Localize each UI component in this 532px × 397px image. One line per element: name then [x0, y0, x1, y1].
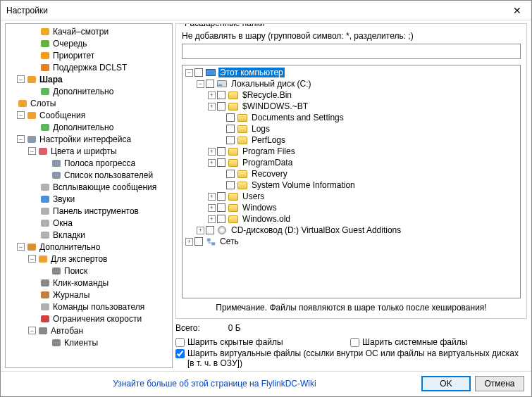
folder-label: Локальный диск (C:)	[230, 79, 313, 89]
nav-item[interactable]: −Дополнительно	[6, 241, 172, 253]
popup-icon	[39, 182, 51, 193]
share-checkbox[interactable]	[194, 68, 203, 77]
cb-share-virtual[interactable]: Шарить виртуальные файлы (ссылки внутри …	[175, 348, 527, 368]
nav-item[interactable]: Список пользователей	[6, 169, 172, 181]
settings-nav-tree[interactable]: Качай–смотриОчередьПриоритетПоддержка DC…	[5, 23, 173, 368]
share-checkbox[interactable]	[206, 80, 214, 88]
folder-row[interactable]: Documents and Settings	[184, 112, 519, 123]
svg-rect-24	[41, 315, 49, 322]
nav-item[interactable]: Очередь	[6, 37, 172, 49]
nav-item[interactable]: Слоты	[6, 97, 172, 109]
share-checkbox[interactable]	[226, 170, 235, 178]
share-checkbox[interactable]	[217, 215, 225, 223]
folder-row[interactable]: +$WINDOWS.~BT	[184, 101, 519, 112]
share-checkbox[interactable]	[217, 147, 225, 156]
share-checkbox[interactable]	[226, 113, 235, 122]
nav-item[interactable]: −Автобан	[6, 324, 172, 336]
folder-row[interactable]: +Windows	[184, 202, 519, 213]
nav-item[interactable]: −Сообщения	[6, 109, 172, 121]
folder-row[interactable]: +Сеть	[184, 236, 519, 247]
wiki-link[interactable]: Узнайте больше об этой странице на Flyli…	[8, 379, 421, 389]
expander-icon[interactable]: −	[17, 111, 25, 119]
nav-item[interactable]: Полоса прогресса	[6, 157, 172, 169]
expander-icon[interactable]: +	[208, 204, 216, 212]
cd-icon	[216, 225, 228, 236]
folder-label: Program Files	[241, 146, 297, 156]
nav-item[interactable]: Поддержка DCLST	[6, 61, 172, 73]
nav-item[interactable]: Дополнительно	[6, 85, 172, 97]
nav-item[interactable]: Поиск	[6, 265, 172, 277]
folder-row[interactable]: System Volume Information	[184, 179, 519, 191]
nav-item[interactable]: −Настройки интерфейса	[6, 133, 172, 145]
folder-row[interactable]: +ProgramData	[184, 157, 519, 168]
cb-share-system-input[interactable]	[350, 338, 359, 347]
folder-tree[interactable]: −Этот компьютер−Локальный диск (C:)+$Rec…	[182, 65, 521, 298]
close-icon[interactable]: ✕	[503, 1, 531, 20]
cb-share-system[interactable]: Шарить системные файлы	[350, 337, 467, 347]
cb-share-hidden-input[interactable]	[175, 338, 185, 347]
expander-icon[interactable]: +	[197, 227, 204, 234]
nav-item[interactable]: Команды пользователя	[6, 301, 172, 313]
nav-item[interactable]: Приоритет	[6, 49, 172, 61]
share-checkbox[interactable]	[217, 203, 225, 212]
nav-item[interactable]: −Для экспертов	[6, 253, 172, 265]
expander-icon[interactable]: −	[28, 327, 36, 334]
folder-row[interactable]: +Program Files	[184, 146, 519, 157]
nav-item[interactable]: Вкладки	[6, 229, 172, 241]
svg-rect-28	[211, 242, 215, 245]
expander-icon[interactable]: +	[208, 92, 216, 99]
share-checkbox[interactable]	[217, 102, 225, 111]
folder-row[interactable]: +CD-дисковод (D:) VirtualBox Guest Addit…	[184, 225, 519, 236]
expander-icon[interactable]: +	[208, 193, 216, 201]
expander-icon[interactable]: −	[17, 243, 25, 251]
share-checkbox[interactable]	[226, 181, 235, 189]
nav-item[interactable]: Всплывающие сообщения	[6, 181, 172, 193]
folder-row[interactable]: PerfLogs	[184, 134, 519, 146]
expander-icon[interactable]: −	[17, 135, 25, 143]
nav-item[interactable]: Качай–смотри	[6, 25, 172, 37]
exclude-input[interactable]	[182, 44, 521, 59]
cb-share-virtual-input[interactable]	[175, 349, 185, 358]
share-checkbox[interactable]	[217, 192, 225, 201]
folder-row[interactable]: +Users	[184, 191, 519, 202]
expander-icon[interactable]: −	[17, 75, 25, 83]
expander-icon[interactable]: +	[185, 238, 193, 246]
nav-item[interactable]: Звуки	[6, 193, 172, 205]
nav-item[interactable]: Ограничения скорости	[6, 313, 172, 324]
nav-item[interactable]: −Цвета и шрифты	[6, 145, 172, 157]
tools-icon	[26, 241, 37, 253]
group-title: Расшаренные папки	[182, 23, 267, 28]
expander-icon[interactable]: +	[208, 103, 216, 111]
folder-row[interactable]: +$Recycle.Bin	[184, 89, 519, 101]
share-checkbox[interactable]	[226, 136, 235, 144]
nav-item[interactable]: Журналы	[6, 289, 172, 301]
folder-row[interactable]: +Windows.old	[184, 213, 519, 225]
share-checkbox[interactable]	[217, 91, 225, 99]
nav-item[interactable]: Окна	[6, 217, 172, 229]
expander-icon[interactable]: −	[28, 255, 36, 263]
expander-icon[interactable]: +	[208, 215, 216, 223]
priority-icon	[39, 50, 51, 61]
folder-label: Сеть	[218, 237, 240, 246]
nav-item[interactable]: Клик-команды	[6, 277, 172, 289]
ok-button[interactable]: OK	[421, 376, 471, 391]
expander-icon[interactable]: −	[197, 80, 204, 88]
share-checkbox[interactable]	[194, 237, 203, 246]
cancel-button[interactable]: Отмена	[475, 376, 524, 391]
folder-row[interactable]: −Этот компьютер	[184, 67, 519, 78]
folder-row[interactable]: Recovery	[184, 168, 519, 179]
folder-row[interactable]: Logs	[184, 123, 519, 134]
nav-item[interactable]: Панель инструментов	[6, 205, 172, 217]
cb-share-hidden[interactable]: Шарить скрытые файлы	[175, 337, 350, 347]
folder-row[interactable]: −Локальный диск (C:)	[184, 78, 519, 89]
expander-icon[interactable]: −	[28, 147, 36, 155]
share-checkbox[interactable]	[226, 125, 235, 133]
nav-item[interactable]: −Шара	[6, 73, 172, 85]
share-checkbox[interactable]	[217, 158, 225, 167]
expander-icon[interactable]: −	[185, 69, 193, 77]
nav-item[interactable]: Клиенты	[6, 336, 172, 348]
nav-item[interactable]: Дополнительно	[6, 121, 172, 133]
expander-icon[interactable]: +	[208, 159, 216, 167]
expander-icon[interactable]: +	[208, 148, 216, 156]
share-checkbox[interactable]	[206, 226, 214, 234]
